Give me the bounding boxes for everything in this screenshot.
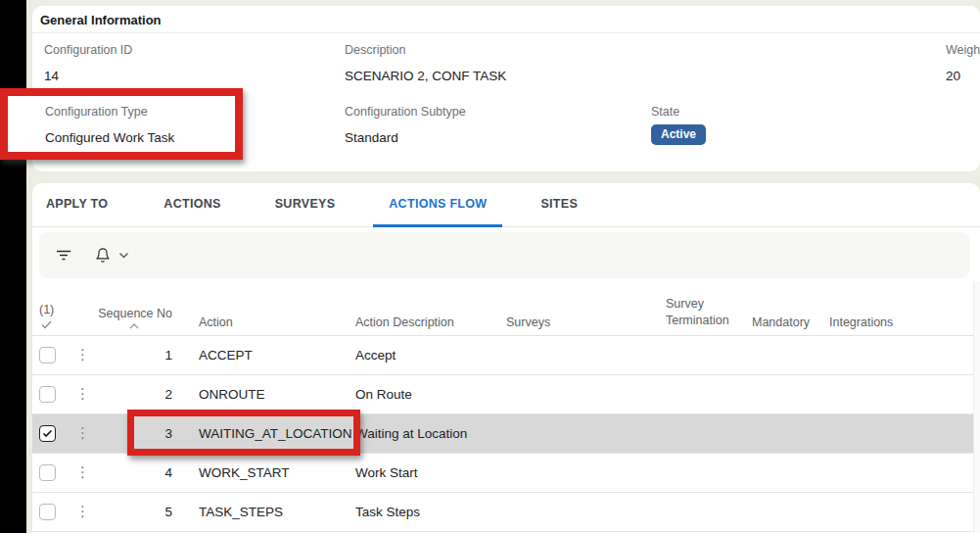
cell-action-description: Task Steps — [339, 505, 490, 519]
cell-action: ACCEPT — [182, 348, 339, 363]
cell-sequence-no: 5 — [95, 505, 182, 519]
column-header-integrations[interactable]: Integrations — [813, 315, 980, 329]
column-header-sequence-no[interactable]: Sequence No — [98, 307, 172, 321]
tab-apply-to[interactable]: APPLY TO — [32, 183, 123, 227]
filter-icon[interactable] — [56, 249, 71, 262]
tab-surveys[interactable]: SURVEYS — [259, 183, 351, 227]
status-badge-active: Active — [651, 124, 706, 145]
configuration-id-label: Configuration ID — [44, 43, 132, 57]
scrollbar-gutter[interactable] — [973, 281, 980, 533]
table-row[interactable]: ⋮ 1 ACCEPT Accept — [32, 336, 980, 375]
weight-label: Weight — [946, 43, 980, 57]
cell-action: TASK_STEPS — [182, 505, 339, 519]
row-checkbox[interactable] — [39, 386, 56, 403]
cell-action-description: Accept — [339, 348, 490, 363]
kebab-menu-icon[interactable]: ⋮ — [75, 346, 90, 363]
table-toolbar — [39, 232, 969, 278]
chevron-down-icon[interactable] — [118, 252, 129, 259]
tab-actions-flow[interactable]: ACTIONS FLOW — [373, 183, 502, 227]
section-title: General Information — [40, 13, 162, 27]
cell-sequence-no: 2 — [95, 387, 182, 402]
description-value: SCENARIO 2, CONF TASK — [345, 69, 506, 83]
column-header-action[interactable]: Action — [182, 315, 339, 329]
cell-action: ONROUTE — [182, 387, 339, 402]
sort-ascending-icon — [129, 323, 139, 329]
configuration-subtype-label: Configuration Subtype — [345, 105, 466, 119]
tab-bar: APPLY TO ACTIONS SURVEYS ACTIONS FLOW SI… — [32, 183, 980, 227]
column-header-survey-termination[interactable]: Survey Termination — [649, 296, 735, 329]
table-header-row: (1) Sequence No Action Action Descriptio… — [32, 284, 980, 336]
cell-sequence-no: 4 — [95, 465, 182, 480]
column-header-action-description[interactable]: Action Description — [339, 315, 490, 329]
row-checkbox-checked[interactable] — [39, 425, 56, 442]
table-row[interactable]: ⋮ 2 ONROUTE On Route — [32, 375, 980, 414]
configuration-subtype-value: Standard — [345, 130, 398, 145]
bell-icon[interactable] — [95, 247, 111, 264]
cell-action-description: Work Start — [339, 465, 490, 480]
row-checkbox[interactable] — [39, 347, 56, 363]
cell-sequence-no: 1 — [95, 348, 182, 363]
kebab-menu-icon[interactable]: ⋮ — [75, 503, 90, 520]
description-label: Description — [345, 43, 406, 57]
cell-action-description: On Route — [339, 387, 490, 402]
annotation-box-row-3 — [127, 410, 360, 456]
check-icon — [41, 320, 52, 329]
table-row[interactable]: ⋮ 5 TASK_STEPS Task Steps — [32, 493, 980, 532]
detail-card: APPLY TO ACTIONS SURVEYS ACTIONS FLOW SI… — [32, 183, 980, 533]
weight-value: 20 — [946, 69, 960, 83]
row-checkbox[interactable] — [39, 464, 56, 481]
column-header-mandatory[interactable]: Mandatory — [735, 315, 813, 329]
kebab-menu-icon[interactable]: ⋮ — [75, 385, 90, 403]
annotation-box-configuration-type — [0, 88, 243, 160]
divider — [32, 32, 980, 33]
row-checkbox[interactable] — [39, 504, 56, 520]
state-label: State — [651, 105, 679, 119]
selection-count: (1) — [39, 304, 54, 317]
left-black-strip — [0, 0, 26, 533]
kebab-menu-icon[interactable]: ⋮ — [75, 424, 90, 442]
column-header-surveys[interactable]: Surveys — [490, 315, 649, 329]
cell-action: WORK_START — [182, 465, 339, 480]
kebab-menu-icon[interactable]: ⋮ — [75, 463, 90, 481]
configuration-id-value: 14 — [44, 69, 59, 83]
tab-actions[interactable]: ACTIONS — [148, 183, 236, 227]
tab-sites[interactable]: SITES — [525, 183, 593, 227]
table-row[interactable]: ⋮ 4 WORK_START Work Start — [32, 454, 980, 493]
cell-action-description: Waiting at Location — [339, 426, 490, 441]
